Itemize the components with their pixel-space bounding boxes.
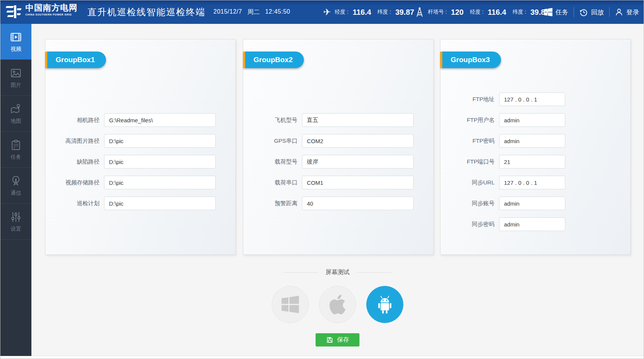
defect-path-input[interactable] xyxy=(104,155,216,169)
save-row: 保存 xyxy=(31,333,644,347)
ftp-port-input[interactable] xyxy=(499,155,565,169)
date-text: 2015/12/7 xyxy=(213,8,242,16)
windows-icon xyxy=(544,8,552,16)
tower-id-value: 120 xyxy=(451,8,464,17)
form-row: GPS串口 xyxy=(243,134,433,148)
weekday-text: 周二 xyxy=(247,8,260,16)
save-button[interactable]: 保存 xyxy=(316,333,359,347)
form-row: 相机路径 xyxy=(45,113,235,127)
video-storage-path-input[interactable] xyxy=(104,176,216,189)
form-row: 缺陷路径 xyxy=(45,155,235,169)
sidebar-item-map[interactable]: 地图 xyxy=(0,96,31,132)
field-label: 载荷串口 xyxy=(243,179,297,186)
form-row: 飞机型号 xyxy=(243,113,433,127)
sidebar-label: 通信 xyxy=(11,190,21,197)
time-text: 12:45:50 xyxy=(265,8,290,16)
sidebar-label: 视频 xyxy=(11,46,21,53)
replay-label: 回放 xyxy=(591,8,604,17)
tasks-button[interactable]: 任务 xyxy=(544,8,568,17)
sidebar-item-tasks[interactable]: 任务 xyxy=(0,132,31,168)
csg-logo-icon xyxy=(6,5,22,20)
tower-lon-label: 经度 : xyxy=(470,9,484,16)
aircraft-model-input[interactable] xyxy=(302,113,414,127)
form-row: 预警距离 xyxy=(243,197,433,210)
sidebar-item-settings[interactable]: 设置 xyxy=(0,204,31,240)
clock-replay-icon xyxy=(579,8,588,17)
groupbox1-title-tab: GroupBox1 xyxy=(45,52,106,68)
field-label: 同步账号 xyxy=(440,200,495,207)
field-label: GPS串口 xyxy=(243,137,297,145)
divider xyxy=(574,7,574,17)
save-icon xyxy=(326,336,333,343)
sync-password-input[interactable] xyxy=(499,217,565,231)
screen-test-title: 屏幕测试 xyxy=(325,268,350,276)
sidebar-label: 图片 xyxy=(11,82,21,89)
flight-lat-value: 39.87 xyxy=(395,8,414,17)
header-actions: 任务 回放 登录 xyxy=(544,0,639,24)
sidebar-item-images[interactable]: 图片 xyxy=(0,60,31,96)
page-title: 直升机巡检线智能巡检终端 xyxy=(87,6,205,18)
field-label: 视频存储路径 xyxy=(45,179,100,186)
login-label: 登录 xyxy=(626,8,639,17)
sidebar-label: 设置 xyxy=(11,226,21,233)
apple-test-button[interactable] xyxy=(319,286,356,323)
android-test-button[interactable] xyxy=(366,286,403,323)
payload-model-input[interactable] xyxy=(302,155,414,169)
replay-button[interactable]: 回放 xyxy=(579,8,604,17)
flight-lat-label: 纬度 : xyxy=(378,9,391,16)
form-row: FTP地址 xyxy=(440,92,630,106)
sync-url-input[interactable] xyxy=(499,176,565,189)
payload-serial-input[interactable] xyxy=(302,176,414,189)
inspection-plan-input[interactable] xyxy=(104,197,216,210)
flight-telemetry: ✈ 经度 : 116.4 纬度 : 39.87 xyxy=(323,0,417,24)
gps-serial-input[interactable] xyxy=(302,134,414,148)
divider-line xyxy=(356,272,391,273)
field-label: 载荷型号 xyxy=(243,158,297,165)
sidebar-label: 地图 xyxy=(11,118,21,125)
application-window: 中国南方电网 CHINA SOUTHERN POWER GRID 直升机巡检线智… xyxy=(0,0,644,359)
field-label: 缺陷路径 xyxy=(45,158,100,165)
windows-icon xyxy=(282,296,299,313)
groupbox3-panel: GroupBox3 FTP地址 FTP用户名 FTP密码 FTP端口号 同步UR… xyxy=(440,39,631,255)
hd-image-path-input[interactable] xyxy=(104,134,216,148)
map-icon xyxy=(9,103,22,115)
field-label: FTP端口号 xyxy=(440,158,495,165)
save-label: 保存 xyxy=(337,336,349,344)
sidebar-item-comms[interactable]: 通信 xyxy=(0,168,31,204)
apple-icon xyxy=(329,295,346,314)
windows-test-button[interactable] xyxy=(272,286,309,323)
camera-path-input[interactable] xyxy=(104,113,216,127)
form-row: FTP密码 xyxy=(440,134,630,148)
field-label: 飞机型号 xyxy=(243,117,297,124)
user-icon xyxy=(615,8,623,16)
tower-icon xyxy=(415,7,424,17)
groupbox3-title-tab: GroupBox3 xyxy=(440,52,501,68)
form-row: 载荷型号 xyxy=(243,155,433,169)
sidebar-item-video[interactable]: 视频 xyxy=(0,24,31,60)
groupbox2-title-tab: GroupBox2 xyxy=(243,52,304,68)
images-icon xyxy=(9,67,22,79)
field-label: 相机路径 xyxy=(45,117,100,124)
top-header-bar: 中国南方电网 CHINA SOUTHERN POWER GRID 直升机巡检线智… xyxy=(0,0,644,24)
comms-icon xyxy=(9,175,22,187)
divider-line xyxy=(284,272,319,273)
groupbox2-panel: GroupBox2 飞机型号 GPS串口 载荷型号 载荷串口 预警距离 xyxy=(243,39,434,255)
android-icon xyxy=(374,294,395,315)
tower-id-label: 杆塔号 : xyxy=(428,9,447,16)
login-button[interactable]: 登录 xyxy=(615,8,639,17)
datetime-display: 2015/12/7 周二 12:45:50 xyxy=(213,8,290,16)
tasks-label: 任务 xyxy=(555,8,568,17)
screen-test-buttons xyxy=(31,286,644,323)
tower-lon-value: 116.4 xyxy=(488,8,506,17)
ftp-user-input[interactable] xyxy=(499,113,565,127)
form-row: FTP端口号 xyxy=(440,155,630,169)
warning-distance-input[interactable] xyxy=(302,197,414,210)
ftp-address-input[interactable] xyxy=(499,92,565,106)
form-row: FTP用户名 xyxy=(440,113,630,127)
brand-block: 中国南方电网 CHINA SOUTHERN POWER GRID xyxy=(25,4,78,16)
bottom-strip xyxy=(0,356,644,359)
tower-lat-label: 纬度 : xyxy=(513,9,526,16)
ftp-password-input[interactable] xyxy=(499,134,565,148)
sync-account-input[interactable] xyxy=(499,197,565,210)
tasks-icon xyxy=(9,139,22,151)
